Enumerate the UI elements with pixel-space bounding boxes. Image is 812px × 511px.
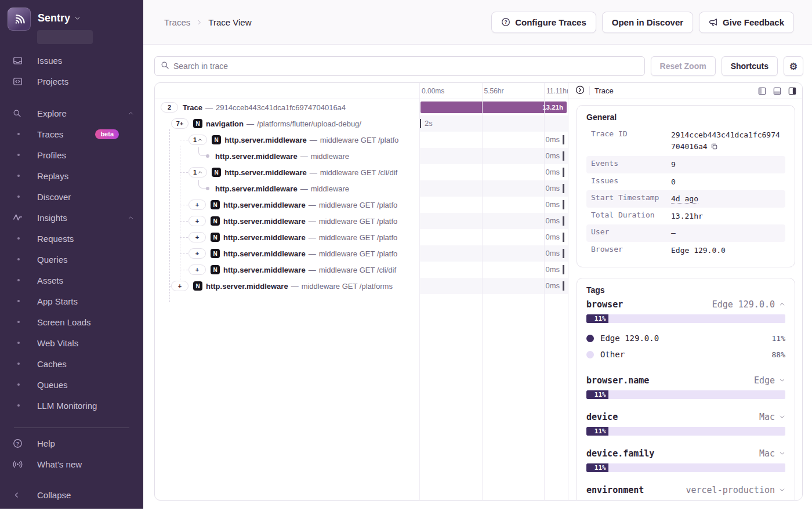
trace-tree-row[interactable]: +Nhttp.server.middleware—middleware GET … xyxy=(155,213,419,229)
expand-toggle-pill[interactable]: + xyxy=(188,216,206,226)
sidebar-item-whats-new[interactable]: What's new xyxy=(0,454,143,474)
sidebar-item-explore[interactable]: Explore xyxy=(0,103,143,124)
configure-traces-button[interactable]: ?Configure Traces xyxy=(491,12,596,33)
timeline-row[interactable]: 0ms xyxy=(419,197,568,213)
sidebar-item-label: Help xyxy=(37,438,55,448)
tag-header[interactable]: browserEdge 129.0.0 xyxy=(586,299,785,310)
trace-tree-row[interactable]: 1Nhttp.server.middleware—middleware GET … xyxy=(155,164,419,180)
tag-legend-row: Other88% xyxy=(586,346,785,363)
sidebar-item-label: What's new xyxy=(37,459,82,469)
span-operation: Trace xyxy=(183,103,202,112)
sidebar-collapse-button[interactable]: Collapse xyxy=(0,484,143,505)
settings-button[interactable]: ⚙ xyxy=(784,56,803,76)
expand-toggle-pill[interactable]: 2 xyxy=(161,102,178,113)
question-circle-icon: ? xyxy=(501,17,510,27)
timeline-row[interactable]: 2s xyxy=(419,115,568,132)
sidebar-item-queries[interactable]: Queries xyxy=(0,249,143,270)
org-switcher[interactable]: Sentry xyxy=(0,0,143,49)
tag-header[interactable]: deviceMac xyxy=(586,412,785,422)
search-input[interactable] xyxy=(173,61,639,71)
expand-toggle-pill[interactable]: 7+ xyxy=(171,118,188,129)
general-row-label: Start Timestamp xyxy=(591,193,671,205)
copy-icon[interactable] xyxy=(710,142,718,154)
sidebar-item-insights[interactable]: Insights xyxy=(0,207,143,228)
trace-tree-row[interactable]: 1Nhttp.server.middleware—middleware GET … xyxy=(155,132,419,148)
timeline-row[interactable]: 0ms xyxy=(419,148,568,164)
sidebar-item-label: Web Vitals xyxy=(37,338,78,348)
trace-details-pane: Trace General Trace ID2914cceb443c41dca1… xyxy=(568,83,803,500)
expand-toggle-pill[interactable]: + xyxy=(188,248,206,259)
nextjs-icon: N xyxy=(212,168,221,177)
breadcrumb-traces-link[interactable]: Traces xyxy=(164,17,190,27)
expand-toggle-pill[interactable]: 1 xyxy=(188,135,207,145)
sidebar-item-help[interactable]: ?Help xyxy=(0,433,143,454)
span-operation: http.server.middleware xyxy=(215,184,298,193)
timeline-row[interactable]: 0ms xyxy=(419,229,568,245)
layout-left-icon[interactable] xyxy=(758,87,766,95)
tag-header[interactable]: device.familyMac xyxy=(586,448,785,459)
expand-toggle-pill[interactable]: + xyxy=(188,232,206,242)
chevron-right-circle-icon[interactable] xyxy=(575,85,585,97)
divider xyxy=(589,86,590,95)
expand-toggle-pill[interactable]: 1 xyxy=(188,167,207,177)
span-operation: http.server.middleware xyxy=(224,168,307,177)
tag-header[interactable]: environmentvercel-production xyxy=(586,485,785,495)
trace-tree-row[interactable]: http.server.middleware—middleware xyxy=(155,180,419,197)
tree-connector-dot xyxy=(206,154,209,158)
bullet-icon xyxy=(13,383,37,386)
search-box xyxy=(154,56,645,76)
sidebar-item-discover[interactable]: Discover xyxy=(0,186,143,207)
sidebar-item-app-starts[interactable]: App Starts xyxy=(0,291,143,311)
sidebar-item-projects[interactable]: Projects xyxy=(0,71,143,92)
button-label: Open in Discover xyxy=(612,17,683,27)
trace-tree-row[interactable]: http.server.middleware—middleware xyxy=(155,148,419,164)
sidebar-item-screen-loads[interactable]: Screen Loads xyxy=(0,311,143,332)
duration-label: 0ms xyxy=(545,249,560,258)
expand-toggle-pill[interactable]: + xyxy=(171,281,188,291)
help-icon: ? xyxy=(13,438,37,448)
trace-tree-row[interactable]: 7+Nnavigation—/platforms/flutter/upload-… xyxy=(155,115,419,132)
duration-label: 0ms xyxy=(545,200,560,209)
timeline-row[interactable]: 0ms xyxy=(419,262,568,278)
trace-tree-row[interactable]: +Nhttp.server.middleware—middleware GET … xyxy=(155,278,419,294)
sidebar-item-caches[interactable]: Caches xyxy=(0,353,143,374)
trace-tree-row[interactable]: +Nhttp.server.middleware—middleware GET … xyxy=(155,229,419,245)
sidebar-item-queues[interactable]: Queues xyxy=(0,374,143,395)
timeline-row[interactable]: 0ms xyxy=(419,132,568,148)
timeline-row[interactable]: 0ms xyxy=(419,245,568,262)
layout-bottom-icon[interactable] xyxy=(773,87,781,95)
tree-connector xyxy=(180,205,188,205)
trace-tree-row[interactable]: +Nhttp.server.middleware—middleware GET … xyxy=(155,262,419,278)
timeline-row[interactable]: 0ms xyxy=(419,213,568,229)
trace-tree-row[interactable]: +Nhttp.server.middleware—middleware GET … xyxy=(155,197,419,213)
sidebar-item-llm-monitoring[interactable]: LLM Monitoring xyxy=(0,395,143,416)
timeline-row[interactable]: 0ms xyxy=(419,164,568,180)
sidebar-item-issues[interactable]: Issues xyxy=(0,50,143,71)
shortcuts-button[interactable]: Shortcuts xyxy=(722,56,778,76)
sidebar-item-profiles[interactable]: Profiles xyxy=(0,144,143,165)
timeline-row[interactable]: 0ms xyxy=(419,180,568,197)
tree-connector xyxy=(180,146,180,286)
span-operation: http.server.middleware xyxy=(223,233,306,242)
give-feedback-button[interactable]: Give Feedback xyxy=(699,12,794,33)
sidebar-item-assets[interactable]: Assets xyxy=(0,270,143,291)
expand-toggle-pill[interactable]: + xyxy=(188,264,206,275)
tag-item: browserEdge 129.0.011%Edge 129.0.011%Oth… xyxy=(586,299,785,363)
sidebar-item-replays[interactable]: Replays xyxy=(0,165,143,186)
sidebar-item-traces[interactable]: Tracesbeta xyxy=(0,124,143,144)
chevron-up-icon xyxy=(128,215,134,221)
reset-zoom-button[interactable]: Reset Zoom xyxy=(651,56,716,76)
timeline-row[interactable]: 13.21h xyxy=(419,99,568,115)
trace-tree-row[interactable]: 2Trace—2914cceb443c41dca1fc6974704016a4 xyxy=(155,99,419,115)
expand-toggle-pill[interactable]: + xyxy=(188,200,206,210)
span-bar xyxy=(563,200,564,209)
open-in-discover-button[interactable]: Open in Discover xyxy=(602,12,693,33)
timeline-row[interactable]: 0ms xyxy=(419,278,568,294)
sidebar-item-web-vitals[interactable]: Web Vitals xyxy=(0,332,143,353)
tag-header[interactable]: browser.nameEdge xyxy=(586,375,785,386)
nextjs-icon: N xyxy=(211,249,220,258)
layout-right-icon[interactable] xyxy=(788,87,796,95)
span-bar xyxy=(563,281,564,291)
trace-tree-row[interactable]: +Nhttp.server.middleware—middleware GET … xyxy=(155,245,419,262)
sidebar-item-requests[interactable]: Requests xyxy=(0,228,143,249)
